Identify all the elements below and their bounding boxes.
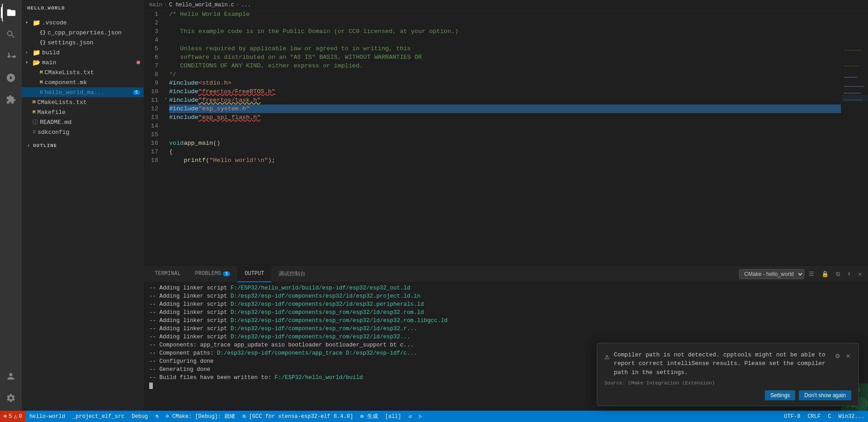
activity-extensions[interactable] [2,90,20,109]
output-line-7: -- Adding linker script D:/esp32/esp-idf… [149,333,863,341]
activity-search[interactable] [2,25,20,43]
panel-close-btn[interactable]: ✕ [855,270,864,279]
status-platform[interactable]: Win32... [835,411,868,422]
code-line-13: #include "esp_spi_flash.h" [169,113,841,122]
status-line-ending[interactable]: CRLF [804,411,824,422]
status-refresh[interactable]: ↺ [405,411,415,422]
status-all[interactable]: [all] [382,411,405,422]
activity-bottom [2,367,20,411]
activity-source-control[interactable] [2,47,20,65]
notification-text: Compiler path is not detected. cpptools … [614,351,830,377]
tree-item-hello-world[interactable]: C hello_world_ma... 5 [22,87,144,97]
cmake-label: ⊙ CMake: [Debug]: 就绪 [166,413,236,420]
build-label: ⚙ 生成 [360,413,377,420]
activity-settings[interactable] [2,389,20,407]
all-label: [all] [385,413,401,420]
activity-account[interactable] [2,367,20,385]
tree-item-readme[interactable]: ⓘ README.md [22,117,144,127]
status-errors[interactable]: ⊗ 5 △ 0 [0,411,26,422]
tree-item-vscode[interactable]: ▾ 📁 .vscode [22,18,144,28]
breadcrumb-sep2: › [236,2,239,8]
folder-icon: 📁 [33,19,40,27]
notification-source: Source: CMake Integration (Extension) [604,380,851,386]
tree-item-cmake-main[interactable]: M CMakeLists.txt [22,67,144,77]
code-line-9: #include <stdio.h> [169,79,841,87]
status-project[interactable]: hello-world [26,411,69,422]
code-editor[interactable]: 12345 678910 1112131415 161718 /* Hello … [144,10,868,266]
panel-maximize-btn[interactable]: ⬆ [844,270,854,279]
tab-debug-console[interactable]: 调试控制台 [271,266,313,282]
output-line-5: -- Adding linker script D:/esp32/esp-idf… [149,317,863,325]
code-line-10: #include "freertos/FreeRTOS.h" [169,87,841,96]
status-target[interactable]: _project_elf_src [69,411,128,422]
code-line-5: Unless required by applicable law or agr… [169,44,841,53]
output-line-2: -- Adding linker script D:/esp32/esp-idf… [149,292,863,300]
tab-problems[interactable]: PROBLEMS 5 [188,266,238,282]
cursor [149,383,153,389]
flask-icon: ⚗ [155,413,158,420]
code-line-11: 💡 #include "freertos/task.h" [169,96,841,104]
notification-gear-btn[interactable]: ⚙ [835,351,841,361]
panel-lock-btn[interactable]: 🔒 [819,270,831,279]
refresh-icon: ↺ [409,413,412,420]
status-encoding[interactable]: UTF-8 [780,411,804,422]
minimap [841,10,868,266]
activity-debug[interactable] [2,69,20,87]
code-line-1: /* Hello World Example [169,10,841,19]
warning-icon: △ [14,413,17,420]
status-language[interactable]: C [824,411,835,422]
notification-header: ⚠ Compiler path is not detected. cpptool… [604,351,851,377]
code-line-16: void app_main() [169,139,841,147]
status-debug[interactable]: Debug [128,411,151,422]
outline-section[interactable]: › OUTLINE [22,139,144,152]
lightbulb-icon: 💡 [165,96,167,104]
tree-item-main[interactable]: ▾ 📂 main [22,57,144,67]
tree-item-sdkconfig[interactable]: ≡ sdkconfig [22,127,144,137]
tree-item-makefile[interactable]: M Makefile [22,107,144,117]
svg-rect-1 [844,50,862,51]
folder-open-icon: 📂 [33,59,40,66]
code-line-6: software is distributed on an "AS IS" BA… [169,53,841,62]
status-left: ⊗ 5 △ 0 hello-world _project_elf_src Deb… [0,411,426,422]
notification-settings-btn[interactable]: Settings [765,390,795,400]
code-line-4 [169,36,841,44]
code-line-18: printf("Hello world!\n"); [169,156,841,165]
svg-rect-7 [841,95,868,101]
code-line-14 [169,122,841,130]
tree-item-build[interactable]: › 📁 build [22,47,144,57]
code-line-12: #include "esp_system.h" [169,104,841,113]
status-run[interactable]: ▷ [415,411,426,422]
tree-item-c-cpp[interactable]: {} c_cpp_properties.json [22,28,144,38]
code-line-3: This example code is in the Public Domai… [169,27,841,36]
status-cmake[interactable]: ⊙ CMake: [Debug]: 就绪 [162,411,239,422]
panel-copy-btn[interactable]: ⧉ [833,270,843,279]
debug-label: Debug [132,413,148,420]
activity-bar [0,0,22,411]
status-flask[interactable]: ⚗ [151,411,162,422]
tree-item-settings[interactable]: {} settings.json [22,38,144,47]
tab-terminal[interactable]: TERMINAL [147,266,188,282]
activity-files[interactable] [2,4,20,22]
panel-toolbar: CMake - hello_world ☰ 🔒 ⧉ ⬆ ✕ [739,269,864,279]
breadcrumb-main: main [149,2,162,8]
panel-menu-btn[interactable]: ☰ [806,270,817,279]
hello-world-badge: 5 [133,90,140,95]
notification-close-btn[interactable]: ✕ [845,351,851,361]
svg-rect-0 [841,47,868,228]
warning-icon: ⚠ [604,351,609,361]
tab-output[interactable]: OUTPUT [237,266,271,282]
notification-popup: ⚠ Compiler path is not detected. cpptool… [597,343,859,407]
notification-dont-show-btn[interactable]: Don't show again [799,390,851,400]
tree-item-cmake-root[interactable]: M CMakeLists.txt [22,97,144,107]
breadcrumb-sep1: › [164,2,167,8]
status-bar: ⊗ 5 △ 0 hello-world _project_elf_src Deb… [0,411,868,422]
code-line-8: */ [169,70,841,79]
status-compiler[interactable]: ⚙ [GCC for xtensa-esp32-elf 8.4.0] [239,411,357,422]
tree-item-component-mk[interactable]: M component.mk [22,77,144,87]
status-build[interactable]: ⚙ 生成 [357,411,381,422]
svg-rect-5 [844,93,861,94]
file-tree: ▾ 📁 .vscode {} c_cpp_properties.json {} … [22,16,144,139]
code-line-17: { [169,147,841,156]
output-source-select[interactable]: CMake - hello_world [739,269,804,279]
status-right: UTF-8 CRLF C Win32... [780,411,868,422]
